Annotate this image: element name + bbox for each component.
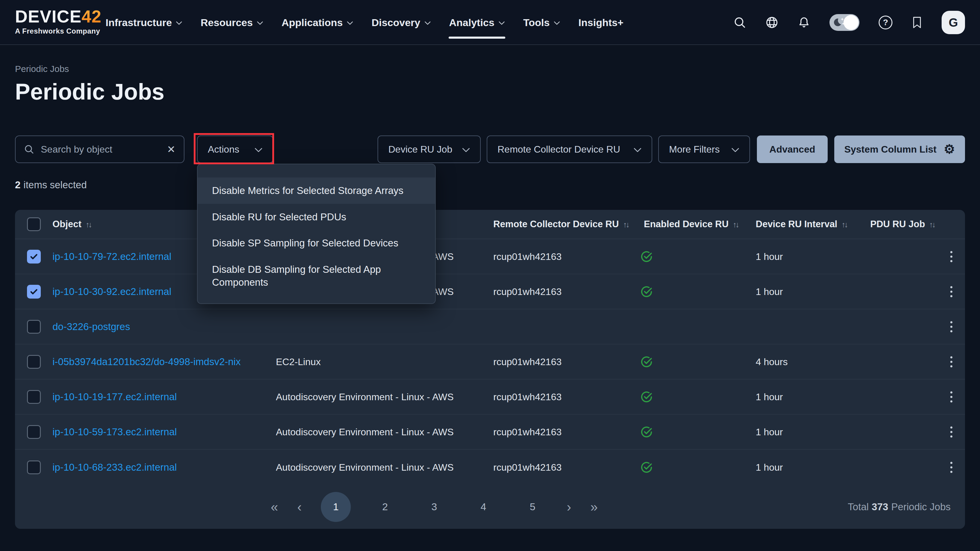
notifications-bell-icon[interactable] xyxy=(798,16,810,29)
gear-icon: ⚙ xyxy=(944,143,955,156)
actions-menu-item[interactable]: Disable SP Sampling for Selected Devices xyxy=(197,230,435,256)
row-checkbox[interactable] xyxy=(27,355,41,369)
actions-menu-item[interactable]: Disable DB Sampling for Selected App Com… xyxy=(197,256,435,295)
search-box: ✕ xyxy=(15,135,185,163)
sort-icon: ↑↓ xyxy=(86,220,91,229)
cell-remote-collector: rcup01wh42163 xyxy=(493,286,562,297)
column-header-interval[interactable]: Device RU Interval↑↓ xyxy=(756,219,847,230)
chevron-down-icon xyxy=(499,21,505,25)
table-body: ip-10-10-79-72.ec2.internal Autodiscover… xyxy=(15,239,965,485)
enabled-check-icon xyxy=(640,461,653,474)
device42-logo[interactable]: DEVICE42 A Freshworks Company xyxy=(15,8,101,35)
cell-environment: Autodiscovery Environment - Linux - AWS xyxy=(276,391,454,402)
chevron-down-icon xyxy=(732,148,739,152)
periodic-jobs-page: DEVICE42 A Freshworks Company Infrastruc… xyxy=(0,0,980,551)
enabled-check-icon xyxy=(640,426,653,438)
cell-remote-collector: rcup01wh42163 xyxy=(493,251,562,262)
pagination-page[interactable]: 5 xyxy=(518,492,547,522)
nav-item-discovery[interactable]: Discovery xyxy=(372,14,431,31)
chevron-down-icon xyxy=(634,148,641,152)
first-page-button[interactable]: « xyxy=(271,500,278,513)
top-navbar: DEVICE42 A Freshworks Company Infrastruc… xyxy=(0,0,980,45)
prev-page-button[interactable]: ‹ xyxy=(297,500,302,513)
main-nav: Infrastructure Resources Applications Di… xyxy=(105,0,624,45)
nav-item-resources[interactable]: Resources xyxy=(200,14,263,31)
pagination-page[interactable]: 2 xyxy=(370,492,400,522)
nav-item-tools[interactable]: Tools xyxy=(523,14,560,31)
row-checkbox[interactable] xyxy=(27,285,41,299)
row-checkbox[interactable] xyxy=(27,425,41,439)
breadcrumb[interactable]: Periodic Jobs xyxy=(15,64,69,74)
object-link[interactable]: ip-10-10-59-173.ec2.internal xyxy=(52,426,177,438)
row-actions-kebab[interactable] xyxy=(948,459,955,475)
globe-icon[interactable] xyxy=(765,16,778,29)
enabled-check-icon xyxy=(640,286,653,298)
filter-device-ru-job[interactable]: Device RU Job xyxy=(377,135,481,163)
clear-search-icon[interactable]: ✕ xyxy=(167,143,176,155)
select-all-checkbox[interactable] xyxy=(27,218,41,231)
selection-status: 2items selected xyxy=(15,179,87,191)
advanced-button[interactable]: Advanced xyxy=(757,135,828,163)
row-actions-kebab[interactable] xyxy=(948,249,955,264)
row-checkbox[interactable] xyxy=(27,250,41,264)
row-checkbox[interactable] xyxy=(27,460,41,474)
row-checkbox[interactable] xyxy=(27,320,41,333)
cell-environment: EC2-Linux xyxy=(276,356,321,367)
cell-interval: 1 hour xyxy=(756,426,783,437)
system-column-list-button[interactable]: System Column List ⚙ xyxy=(834,135,965,163)
table-row: ip-10-10-68-233.ec2.internal Autodiscove… xyxy=(15,450,965,485)
object-link[interactable]: ip-10-10-79-72.ec2.internal xyxy=(52,251,171,262)
object-link[interactable]: ip-10-10-19-177.ec2.internal xyxy=(52,391,177,403)
pagination-page[interactable]: 4 xyxy=(468,492,498,522)
toolbar: ✕ Actions Device RU Job Remote Collector… xyxy=(0,135,980,163)
pagination-page[interactable]: 1 xyxy=(321,492,351,522)
object-link[interactable]: ip-10-10-68-233.ec2.internal xyxy=(52,462,177,473)
row-actions-kebab[interactable] xyxy=(948,389,955,405)
object-link[interactable]: do-3226-postgres xyxy=(52,321,130,332)
column-header-enabled[interactable]: Enabled Device RU↑↓ xyxy=(644,219,738,230)
cell-remote-collector: rcup01wh42163 xyxy=(493,391,562,402)
help-icon[interactable]: ? xyxy=(879,16,892,29)
cell-interval: 1 hour xyxy=(756,462,783,473)
nav-item-insights-[interactable]: Insights+ xyxy=(579,14,624,31)
row-checkbox[interactable] xyxy=(27,390,41,404)
row-actions-kebab[interactable] xyxy=(948,284,955,300)
nav-item-analytics[interactable]: Analytics xyxy=(449,14,505,31)
column-header-remote-collector[interactable]: Remote Collector Device RU↑↓ xyxy=(493,219,628,230)
table-header: Object↑↓ Remote Collector Device RU↑↓ En… xyxy=(15,210,965,239)
object-link[interactable]: ip-10-10-30-92.ec2.internal xyxy=(52,286,171,297)
search-icon[interactable] xyxy=(733,16,746,29)
cell-interval: 4 hours xyxy=(756,356,788,367)
table-row: ip-10-10-19-177.ec2.internal Autodiscove… xyxy=(15,380,965,414)
filter-remote-collector[interactable]: Remote Collector Device RU xyxy=(487,135,652,163)
brand-wordmark: DEVICE42 xyxy=(15,8,101,25)
search-icon xyxy=(24,144,34,154)
total-number: 373 xyxy=(872,501,888,513)
actions-dropdown-menu: Disable Metrics for Selected Storage Arr… xyxy=(197,164,436,304)
column-header-pdu[interactable]: PDU RU Job↑↓ xyxy=(870,219,935,230)
sort-icon: ↑↓ xyxy=(623,220,628,229)
column-header-object[interactable]: Object↑↓ xyxy=(52,219,91,230)
cell-environment: Autodiscovery Environment - Linux - AWS xyxy=(276,462,454,473)
pagination-page[interactable]: 3 xyxy=(419,492,449,522)
chevron-down-icon xyxy=(257,21,263,25)
actions-menu-item[interactable]: Disable RU for Selected PDUs xyxy=(197,204,435,230)
table-row: ip-10-10-30-92.ec2.internal Autodiscover… xyxy=(15,274,965,310)
more-filters-button[interactable]: More Filters xyxy=(658,135,750,163)
actions-button[interactable]: Actions xyxy=(197,135,273,163)
row-actions-kebab[interactable] xyxy=(948,424,955,440)
actions-menu-item[interactable]: Disable Metrics for Selected Storage Arr… xyxy=(197,178,435,204)
page-title: Periodic Jobs xyxy=(15,79,164,105)
bookmark-icon[interactable] xyxy=(912,16,923,29)
object-link[interactable]: i-05b3974da1201bc32/do-4998-imdsv2-nix xyxy=(52,356,240,368)
last-page-button[interactable]: » xyxy=(590,500,598,513)
row-actions-kebab[interactable] xyxy=(948,354,955,370)
nav-item-applications[interactable]: Applications xyxy=(282,14,353,31)
row-actions-kebab[interactable] xyxy=(948,319,955,335)
search-input[interactable] xyxy=(41,144,161,155)
total-count: Total 373 Periodic Jobs xyxy=(848,501,951,513)
theme-toggle[interactable]: ✦ ✦ xyxy=(829,14,859,31)
next-page-button[interactable]: › xyxy=(567,500,571,513)
nav-item-infrastructure[interactable]: Infrastructure xyxy=(105,14,182,31)
user-avatar[interactable]: G xyxy=(942,11,965,34)
